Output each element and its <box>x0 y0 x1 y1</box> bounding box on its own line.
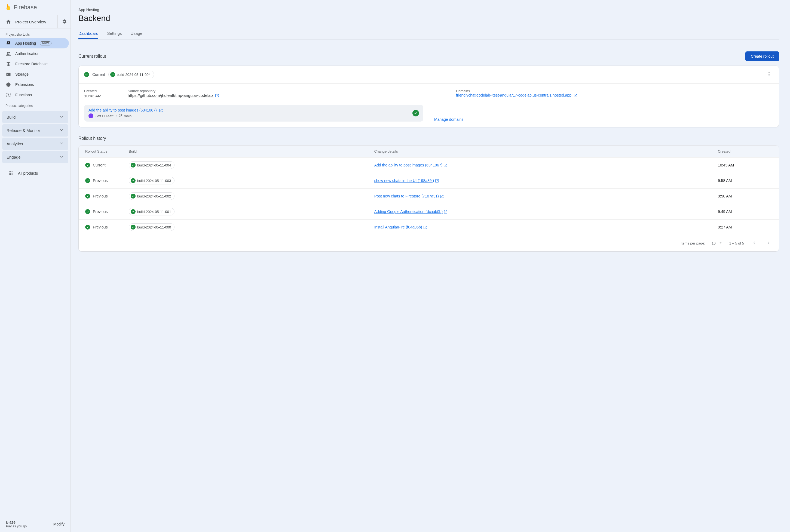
create-rollout-button[interactable]: Create rollout <box>745 52 779 61</box>
build-cell: build-2024-05-11-002 <box>129 192 374 200</box>
build-cell: build-2024-05-11-004 <box>129 161 374 169</box>
change-link[interactable]: Install AngularFire (f04a06b) <box>374 225 427 229</box>
plan-name: Blaze <box>6 520 27 525</box>
status-success-icon <box>131 178 135 183</box>
sidebar-item-label: Authentication <box>15 52 39 56</box>
gear-icon <box>61 19 67 25</box>
breadcrumb: App Hosting <box>78 7 779 12</box>
status-cell: Previous <box>85 178 129 183</box>
build-chip[interactable]: build-2024-05-11-003 <box>129 177 174 185</box>
plan-subtitle: Pay as you go <box>6 525 27 528</box>
page-title: Backend <box>78 14 779 23</box>
sidebar-item-firestore[interactable]: Firestore Database <box>0 59 69 69</box>
svg-point-1 <box>9 52 10 53</box>
sidebar-item-label: Extensions <box>15 82 34 87</box>
created-cell: 10:43 AM <box>718 163 772 167</box>
branch-name: main <box>124 114 131 118</box>
more-menu-button[interactable] <box>765 70 773 79</box>
all-products-label: All products <box>18 171 38 175</box>
category-label: Engage <box>6 155 21 159</box>
page-size-select[interactable]: 10 <box>712 241 722 246</box>
sidebar-item-app-hosting[interactable]: App Hosting NEW <box>0 38 69 49</box>
change-link[interactable]: show new chats in the UI (198a89f) <box>374 178 439 183</box>
status-text: Previous <box>93 194 108 198</box>
plan-row: Blaze Pay as you go Modify <box>0 516 71 532</box>
tab-settings[interactable]: Settings <box>107 28 122 39</box>
sidebar-item-storage[interactable]: Storage <box>0 69 69 79</box>
status-label: Current <box>92 72 105 77</box>
manage-domains-link[interactable]: Manage domains <box>434 117 773 121</box>
project-overview-button[interactable]: Project Overview <box>0 15 57 28</box>
commit-box: Add the ability to post images (6341067)… <box>84 105 423 121</box>
status-text: Previous <box>93 178 108 183</box>
category-engage[interactable]: Engage <box>2 151 68 163</box>
svg-point-5 <box>8 95 9 95</box>
svg-point-17 <box>769 75 769 76</box>
change-cell: show new chats in the UI (198a89f) <box>374 178 718 183</box>
change-cell: Post new chats to Firestore (7107a31) <box>374 194 718 198</box>
created-cell: 9:50 AM <box>718 194 772 198</box>
card-body: Created 10:43 AM Source repository https… <box>79 83 779 127</box>
domain-link[interactable]: friendlychat-codelab--test-angular17-cod… <box>456 93 577 97</box>
external-link-icon <box>444 210 447 214</box>
created-label: Created <box>84 89 117 93</box>
status-success-icon <box>131 209 135 214</box>
external-link-icon <box>423 226 427 229</box>
created-cell: 9:27 AM <box>718 225 772 229</box>
external-link-icon <box>159 109 163 112</box>
svg-rect-6 <box>9 171 10 172</box>
build-chip[interactable]: build-2024-05-11-002 <box>129 192 174 200</box>
change-link[interactable]: Post new chats to Firestore (7107a31) <box>374 194 444 198</box>
chevron-down-icon <box>59 114 64 120</box>
tab-usage[interactable]: Usage <box>131 28 142 39</box>
svg-rect-11 <box>12 173 13 174</box>
svg-rect-13 <box>10 174 11 175</box>
sidebar-item-functions[interactable]: Functions <box>0 90 69 100</box>
status-cell: Previous <box>85 194 129 198</box>
build-chip[interactable]: build-2024-05-11-001 <box>129 208 174 215</box>
change-link[interactable]: Add the ability to post images (6341067) <box>374 163 447 167</box>
category-build[interactable]: Build <box>2 111 68 123</box>
commit-meta: Jeff Huleatt • main <box>89 113 163 118</box>
change-cell: Add the ability to post images (6341067) <box>374 163 718 167</box>
status-success-icon <box>85 194 90 198</box>
sidebar-item-authentication[interactable]: Authentication <box>0 49 69 59</box>
category-label: Analytics <box>6 141 23 146</box>
build-chip-label: build-2024-05-11-003 <box>137 179 171 183</box>
created-cell: 9:49 AM <box>718 209 772 214</box>
commit-title-text: Add the ability to post images (6341067) <box>89 108 157 112</box>
external-link-icon <box>443 164 447 167</box>
category-analytics[interactable]: Analytics <box>2 138 68 150</box>
svg-rect-14 <box>12 174 13 175</box>
build-chip[interactable]: build-2024-05-11-004 <box>129 161 174 169</box>
project-settings-button[interactable] <box>57 15 71 28</box>
repo-link[interactable]: https://github.com/jhuleatt/tmp-angular-… <box>128 93 219 98</box>
card-head: Current build-2024-05-11-004 <box>79 66 779 83</box>
chevron-down-icon <box>59 154 64 160</box>
commit-link[interactable]: Add the ability to post images (6341067) <box>89 108 163 112</box>
next-page-button[interactable] <box>765 239 772 247</box>
all-products-button[interactable]: All products <box>0 166 71 180</box>
prev-page-button[interactable] <box>751 239 758 247</box>
categories-label: Product categories <box>0 100 71 109</box>
build-chip[interactable]: build-2024-05-11-000 <box>129 223 174 231</box>
tab-dashboard[interactable]: Dashboard <box>78 28 98 39</box>
grid-icon <box>7 170 14 176</box>
status-success-icon <box>85 209 90 214</box>
sidebar-item-label: App Hosting <box>15 41 36 45</box>
sidebar-item-label: Functions <box>15 93 32 97</box>
status-cell: Previous <box>85 225 129 230</box>
build-chip[interactable]: build-2024-05-11-004 <box>108 71 154 78</box>
separator: • <box>116 114 117 118</box>
category-release-monitor[interactable]: Release & Monitor <box>2 124 68 136</box>
col-status: Rollout Status <box>85 149 129 153</box>
change-link[interactable]: Adding Google Authentication (dcaab0b) <box>374 209 447 214</box>
svg-rect-10 <box>10 173 11 174</box>
storage-icon <box>5 71 12 77</box>
plan-modify-button[interactable]: Modify <box>53 522 65 526</box>
chevron-down-icon <box>59 128 64 133</box>
status-text: Previous <box>93 225 108 229</box>
status-cell: Current <box>85 163 129 168</box>
svg-rect-12 <box>9 174 10 175</box>
sidebar-item-extensions[interactable]: Extensions <box>0 79 69 90</box>
